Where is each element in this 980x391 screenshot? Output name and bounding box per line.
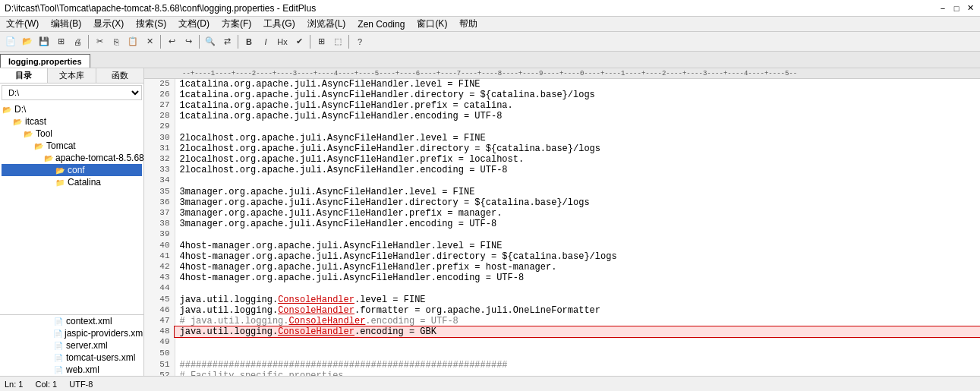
toolbar-sep-1 [88, 35, 89, 49]
replace-button[interactable]: ⇄ [219, 34, 235, 49]
line-content: # java.util.logging.ConsoleHandler.encod… [175, 316, 980, 326]
editor-panel: --+----1----+----2----+----3----+----4--… [144, 68, 980, 376]
line-number: 46 [144, 305, 175, 316]
tree-item[interactable]: 📂itcast [2, 115, 142, 128]
status-line: Ln: 1 [5, 380, 23, 389]
frame-button[interactable]: ⬚ [330, 34, 345, 49]
menu-item-zen[interactable]: Zen Coding [355, 19, 408, 30]
title-bar: D:\itcast\Tool\Tomcat\apache-tomcat-8.5.… [0, 0, 980, 17]
left-tabs: 目录 文本库 函数 [0, 68, 143, 84]
delete-button[interactable]: ✕ [142, 34, 157, 49]
table-row: 44 [144, 283, 980, 295]
menu-item-view[interactable]: 显示(X) [90, 17, 127, 30]
table-row: 34 [144, 175, 980, 187]
table-row: 51######################################… [144, 360, 980, 371]
line-number: 39 [144, 229, 175, 241]
redo-button[interactable]: ↪ [181, 34, 196, 49]
folder-open-icon: 📂 [23, 128, 33, 139]
line-number: 26 [144, 90, 175, 100]
line-number: 41 [144, 251, 175, 262]
help-button[interactable]: ? [352, 34, 367, 49]
table-row: 322localhost.org.apache.juli.AsyncFileHa… [144, 154, 980, 165]
save-all-button[interactable]: ⊞ [53, 34, 68, 49]
line-number: 50 [144, 348, 175, 360]
menu-item-scheme[interactable]: 方案(F) [219, 17, 254, 30]
tree-item[interactable]: 📂conf [2, 164, 142, 176]
menu-bar: 文件(W)编辑(B)显示(X)搜索(S)文档(D)方案(F)工具(G)浏览器(L… [0, 17, 980, 32]
code-table: 251catalina.org.apache.juli.AsyncFileHan… [144, 79, 980, 376]
folder-open-icon: 📂 [12, 116, 23, 127]
line-content [175, 175, 980, 187]
line-content: 1catalina.org.apache.juli.AsyncFileHandl… [175, 111, 980, 121]
folder-open-icon: 📂 [55, 165, 65, 175]
code-area[interactable]: 251catalina.org.apache.juli.AsyncFileHan… [144, 79, 980, 376]
menu-item-search[interactable]: 搜索(S) [133, 17, 169, 30]
minimize-button[interactable]: − [937, 3, 948, 14]
line-content: 4host-manager.org.apache.juli.AsyncFileH… [175, 251, 980, 262]
code-body: 251catalina.org.apache.juli.AsyncFileHan… [144, 79, 980, 376]
menu-item-window[interactable]: 窗口(K) [414, 17, 450, 30]
close-button[interactable]: ✕ [965, 3, 975, 14]
check-button[interactable]: ✔ [291, 34, 307, 49]
status-col: Col: 1 [35, 380, 57, 389]
file-list-item[interactable]: 📄web.xml [0, 364, 143, 376]
tab-directory[interactable]: 目录 [0, 68, 48, 83]
main-layout: 目录 文本库 函数 D:\ 📂D:\📂itcast📂Tool📂Tomcat📂ap… [0, 68, 980, 376]
status-bar: Ln: 1 Col: 1 UTF-8 [0, 376, 980, 391]
tree-item[interactable]: 📂D:\ [2, 103, 142, 115]
tree-label: apache-tomcat-8.5.68 [55, 153, 143, 163]
status-encoding: UTF-8 [69, 380, 93, 389]
file-icon: 📄 [53, 340, 64, 351]
console-handler-keyword: ConsoleHandler [278, 305, 355, 316]
line-content: java.util.logging.ConsoleHandler.level =… [175, 295, 980, 305]
table-row: 414host-manager.org.apache.juli.AsyncFil… [144, 251, 980, 262]
directory-dropdown[interactable]: D:\ [2, 85, 142, 100]
tree-item[interactable]: 📂apache-tomcat-8.5.68 [2, 152, 142, 164]
tab-bar: logging.properties [0, 52, 980, 68]
line-number: 43 [144, 273, 175, 283]
copy-button[interactable]: ⎘ [109, 34, 124, 49]
line-number: 31 [144, 143, 175, 154]
paste-button[interactable]: 📋 [125, 34, 140, 49]
menu-item-tools[interactable]: 工具(G) [260, 17, 298, 30]
new-button[interactable]: 📄 [3, 34, 18, 49]
line-number: 35 [144, 187, 175, 197]
tree-item[interactable]: 📂Tomcat [2, 140, 142, 152]
print-button[interactable]: 🖨 [70, 34, 85, 49]
bold-button[interactable]: B [241, 34, 257, 49]
menu-item-help[interactable]: 帮助 [456, 17, 481, 30]
left-panel: 目录 文本库 函数 D:\ 📂D:\📂itcast📂Tool📂Tomcat📂ap… [0, 68, 144, 376]
file-list-item[interactable]: 📄server.xml [0, 339, 143, 352]
tab-textlib[interactable]: 文本库 [48, 68, 96, 83]
file-list-item[interactable]: 📄jaspic-providers.xml [0, 327, 143, 339]
menu-item-browser[interactable]: 浏览器(L) [304, 17, 349, 30]
undo-button[interactable]: ↩ [164, 34, 179, 49]
save-button[interactable]: 💾 [36, 34, 52, 49]
toolbar-sep-6 [348, 35, 349, 49]
tree-item[interactable]: 📁Catalina [2, 176, 142, 188]
table-row: 251catalina.org.apache.juli.AsyncFileHan… [144, 79, 980, 90]
file-tab[interactable]: logging.properties [0, 54, 90, 68]
menu-item-document[interactable]: 文档(D) [175, 17, 213, 30]
file-list-item[interactable]: 📄tomcat-users.xml [0, 352, 143, 364]
line-content: 2localhost.org.apache.juli.AsyncFileHand… [175, 143, 980, 154]
line-content: 3manager.org.apache.juli.AsyncFileHandle… [175, 208, 980, 219]
find-button[interactable]: 🔍 [203, 34, 218, 49]
line-content [175, 229, 980, 241]
table-row: 281catalina.org.apache.juli.AsyncFileHan… [144, 111, 980, 121]
menu-item-file[interactable]: 文件(W) [3, 17, 42, 30]
tree-label: Catalina [68, 177, 101, 188]
line-number: 49 [144, 337, 175, 348]
folder-open-icon: 📂 [44, 153, 53, 163]
tree-item[interactable]: 📂Tool [2, 128, 142, 140]
italic-button[interactable]: I [258, 34, 273, 49]
maximize-button[interactable]: □ [951, 3, 962, 14]
format-button[interactable]: Hx [275, 34, 290, 49]
menu-item-edit[interactable]: 编辑(B) [48, 17, 84, 30]
tab-functions[interactable]: 函数 [96, 68, 143, 83]
file-list-item[interactable]: 📄context.xml [0, 315, 143, 327]
open-button[interactable]: 📂 [20, 34, 35, 49]
file-icon: 📄 [53, 328, 62, 339]
cut-button[interactable]: ✂ [92, 34, 107, 49]
table-button[interactable]: ⊞ [314, 34, 329, 49]
